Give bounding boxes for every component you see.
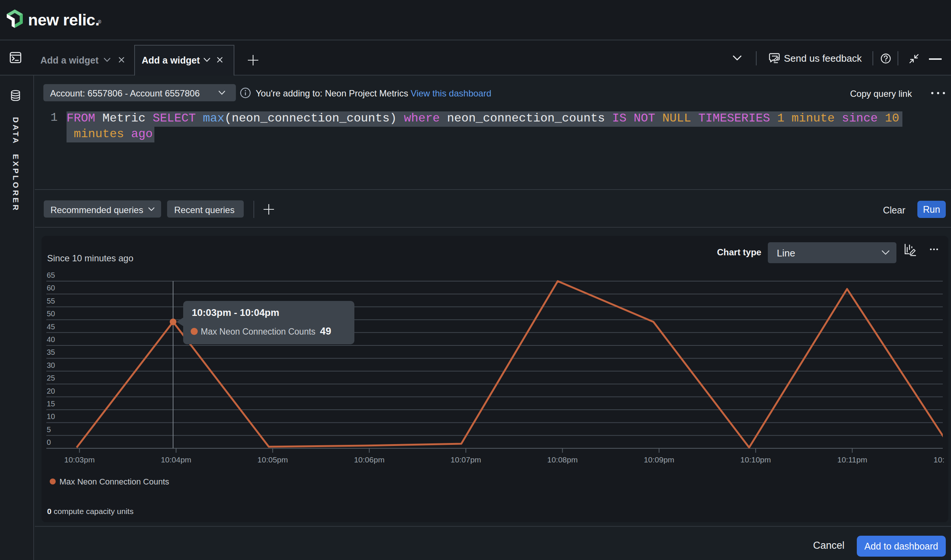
svg-text:15: 15 (47, 400, 55, 408)
svg-text:35: 35 (47, 348, 55, 356)
svg-text:65: 65 (47, 271, 55, 279)
svg-text:10:09pm: 10:09pm (644, 455, 674, 464)
svg-text:10:10pm: 10:10pm (740, 455, 771, 464)
svg-text:10: 10 (47, 412, 55, 420)
svg-text:10:12pm: 10:12pm (933, 455, 948, 464)
svg-text:10:07pm: 10:07pm (451, 455, 481, 464)
svg-text:45: 45 (47, 323, 55, 331)
svg-text:10:05pm: 10:05pm (257, 455, 288, 464)
svg-text:10:11pm: 10:11pm (837, 455, 867, 464)
svg-text:0: 0 (47, 438, 51, 446)
svg-text:55: 55 (47, 297, 55, 305)
svg-text:5: 5 (47, 425, 51, 434)
svg-text:10:04pm: 10:04pm (161, 455, 191, 464)
svg-text:50: 50 (47, 309, 55, 318)
svg-text:60: 60 (47, 284, 55, 292)
svg-text:25: 25 (47, 374, 55, 382)
svg-text:20: 20 (47, 387, 55, 395)
svg-text:30: 30 (47, 361, 55, 369)
svg-text:40: 40 (47, 335, 55, 343)
svg-text:10:03pm: 10:03pm (64, 455, 95, 464)
svg-text:10:06pm: 10:06pm (354, 455, 385, 464)
svg-text:10:08pm: 10:08pm (547, 455, 578, 464)
